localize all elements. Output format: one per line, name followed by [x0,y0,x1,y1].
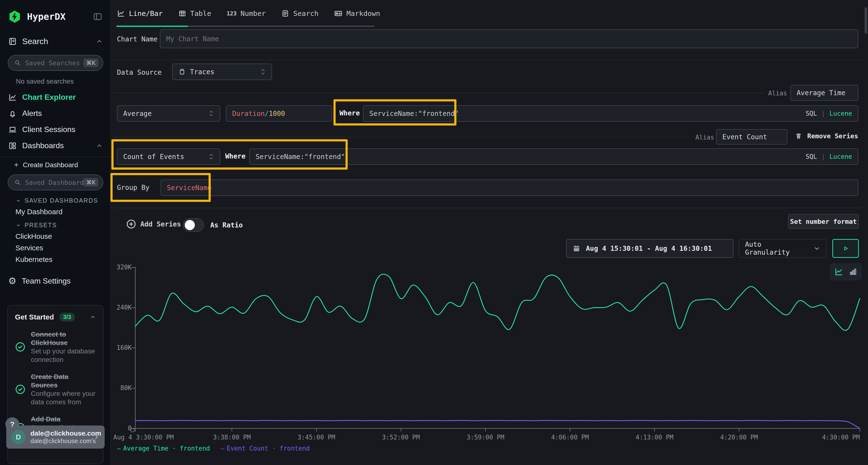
data-source-label: Data Source [117,68,161,76]
legend-item-average-time[interactable]: — Average Time · frontend [117,445,210,452]
user-email: dale@clickhouse.com [30,430,88,437]
view-tabs: Line/Bar Table 123 Number Search Markdow… [117,7,380,20]
saved-searches-field[interactable] [25,59,84,67]
mode-pipe: | [821,110,825,117]
remove-series-button[interactable]: Remove Series [795,132,858,140]
sidebar-item-dashboards[interactable]: Dashboards [8,141,103,150]
section-presets[interactable]: PRESETS [16,222,57,229]
sidebar-item-alerts[interactable]: Alerts [8,109,103,118]
run-query-button[interactable] [832,239,859,258]
sidebar-item-kubernetes[interactable]: Kubernetes [16,255,52,264]
chart-name-input[interactable] [160,29,858,48]
document-list-icon [281,9,289,18]
series1-field-input[interactable]: Duration/1000 [226,105,332,122]
sidebar-item-services[interactable]: Services [16,244,43,252]
sql-mode-button[interactable]: SQL [806,153,817,160]
chart-name-label: Chart Name [117,35,158,43]
journal-icon [8,37,17,46]
field-duration: Duration [232,110,265,118]
series2-where-value: ServiceName:"frontend" [255,153,345,161]
client-sessions-label: Client Sessions [22,125,75,134]
tab-label: Number [241,9,266,18]
check-circle-icon [15,372,26,406]
get-started-progress-badge: 3/3 [59,313,75,322]
alerts-label: Alerts [22,109,42,118]
tab-label: Search [293,9,318,18]
chevron-down-icon [16,198,21,204]
series1-where-input[interactable]: ServiceName:"frontend" SQL | Lucene [363,105,858,122]
legend-item-event-count[interactable]: — Event Count · frontend [221,445,310,452]
date-range-picker[interactable]: Aug 4 15:30:01 - Aug 4 16:30:01 [566,239,734,258]
chevron-up-icon[interactable] [96,142,103,149]
chart-name-field[interactable] [166,35,852,43]
shortcut-badge: ⌘K [84,178,98,187]
as-ratio-toggle[interactable] [183,218,204,232]
chevron-down-icon [16,222,21,228]
saved-dashboards-field[interactable] [25,179,84,186]
series-divider [113,93,764,93]
get-started-title: Get Started [15,313,54,321]
scrollbar-thumb[interactable] [865,7,867,34]
user-menu[interactable]: D dale@clickhouse.com dale@clickhouse.co… [6,426,105,449]
tab-search[interactable]: Search [281,9,318,18]
line-chart-icon [117,9,125,18]
sidebar-item-my-dashboard[interactable]: My Dashboard [16,208,62,216]
granularity-value: Auto Granularity [745,240,808,256]
dashboards-label: Dashboards [22,141,64,150]
sql-mode-button[interactable]: SQL [806,110,817,117]
series1-aggregation-select[interactable]: Average [117,105,220,122]
chevron-right-icon [93,434,100,440]
gear-icon: ⚙ [8,276,17,286]
timeseries-chart[interactable] [130,264,861,433]
get-started-item[interactable]: Create Data Sources Configure where your… [15,372,96,406]
tab-underline-track [188,26,374,27]
saved-searches-input[interactable]: ⌘K [8,55,103,71]
collapse-sidebar-icon[interactable] [92,11,103,22]
get-started-item[interactable]: Connect to ClickHouse Set up your databa… [15,330,96,364]
series2-aggregation-select[interactable]: Count of Events [117,148,220,165]
chart-legend: — Average Time · frontend — Event Count … [117,445,310,452]
series2-alias-input[interactable]: Event Count [716,129,787,144]
toggle-knob [185,220,195,230]
tab-line-bar[interactable]: Line/Bar [117,9,163,18]
add-series-label: Add Series [140,220,181,228]
chevron-down-icon [813,245,820,252]
sidebar-search-label: Search [22,37,48,46]
series2-where-input[interactable]: ServiceName:"frontend" SQL | Lucene [249,148,858,165]
legend-label: Event Count · frontend [227,445,310,452]
team-settings-label: Team Settings [22,276,71,286]
set-number-format-button[interactable]: Set number format [788,214,859,229]
get-started-header[interactable]: Get Started 3/3 [15,313,96,322]
series1-alias-input[interactable]: Average Time [790,85,858,101]
saved-dashboards-input[interactable]: ⌘K [8,174,103,190]
data-source-select[interactable]: Traces [172,64,272,80]
tab-table[interactable]: Table [178,9,211,18]
sidebar-item-chart-explorer[interactable]: Chart Explorer [8,93,103,102]
event-count-line [135,421,860,428]
lucene-mode-button[interactable]: Lucene [830,153,852,160]
hyperdx-logo-icon [8,10,22,24]
calendar-icon [572,244,581,253]
help-button[interactable]: ? [5,417,19,431]
sidebar-item-team-settings[interactable]: ⚙ Team Settings [8,276,103,286]
trash-icon [795,132,802,140]
group-by-value: ServiceName [167,184,212,192]
chevron-up-icon[interactable] [90,314,96,320]
chevron-up-icon[interactable] [96,38,103,45]
lucene-mode-button[interactable]: Lucene [830,110,852,117]
tab-label: Line/Bar [129,9,163,18]
sidebar-section-search[interactable]: Search [8,37,103,46]
create-dashboard-button[interactable]: + Create Dashboard [14,161,103,169]
section-divider [113,60,862,60]
sidebar-item-clickhouse[interactable]: ClickHouse [16,232,52,240]
tab-markdown[interactable]: Markdown [334,9,380,18]
average-time-line [135,274,860,330]
section-saved-dashboards[interactable]: SAVED DASHBOARDS [16,197,98,204]
add-series-button[interactable]: Add Series [126,219,181,229]
sidebar-item-client-sessions[interactable]: Client Sessions [8,125,103,134]
y-tick-label: 80K [110,384,132,392]
granularity-select[interactable]: Auto Granularity [739,239,827,258]
group-by-input[interactable]: ServiceName [161,179,858,196]
table-icon [178,9,186,18]
tab-number[interactable]: 123 Number [227,9,266,18]
